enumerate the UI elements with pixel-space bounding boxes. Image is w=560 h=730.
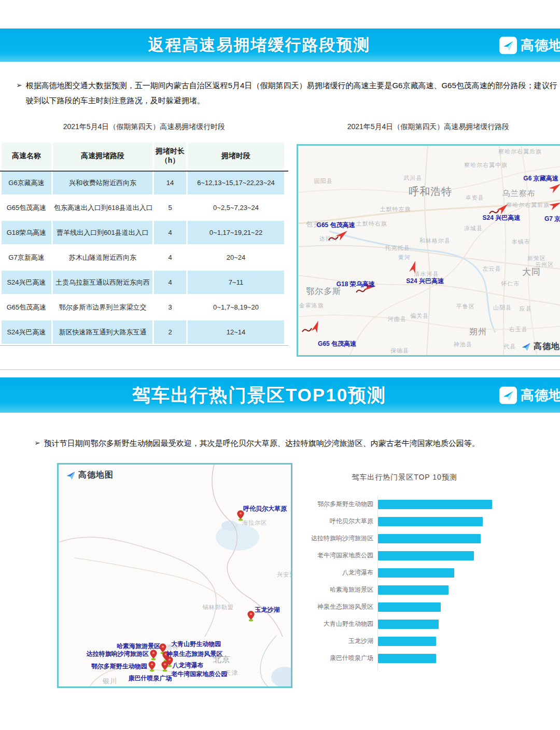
table-cell: 2 [154,320,186,344]
map-place-label: 乌兰察布 [502,189,536,199]
table-header-cell: 拥堵时长 （h） [154,143,186,170]
scenic-spot-label: 玉龙沙湖 [255,606,280,614]
table-bottom-rule [0,345,288,346]
chart-category-label: 老牛湾国家地质公园 [290,551,378,560]
map-place-label: 土默特右旗 [356,220,387,228]
table-row: G65包茂高速包东高速出入口到618县道出入口50~2,5~7,23~24 [2,196,284,219]
map-place-label: 右玉县 [509,326,527,333]
table-cell: 0~2,5~7,23~24 [188,196,284,219]
chart-category-label: 哈素海旅游景区 [290,585,378,594]
chart-row: 哈素海旅游景区 [290,581,529,598]
section2-intro-text: 预计节日期间鄂尔多斯野生动物园最受欢迎，其次是呼伦贝尔大草原、达拉特旗响沙湾旅游… [44,436,480,451]
chart-row: 八龙湾瀑布 [290,564,529,581]
table-cell: 14 [154,171,186,194]
amap-plane-icon [521,342,531,352]
map-place-label: 察哈尔右翼前旗 [506,201,550,209]
map1-title: 2021年5月4日（假期第四天）高速易拥堵缓行路段 [297,122,560,132]
map-place-label: 海拉尔区 [242,519,267,527]
table-cell: 12~14 [188,320,284,344]
section1-banner: 返程高速易拥堵缓行路段预测 高德地图 [0,29,560,62]
map-place-label: 应县 [520,305,532,313]
table-cell: 曹羊线出入口到601县道出入口 [53,221,152,244]
amap-logo: 高德地图 [499,36,560,54]
map-place-label: 呼和浩特 [409,185,452,199]
chart-row: 康巴什喷泉广场 [290,650,529,667]
table-cell: 5 [154,196,186,219]
map2-logo-text: 高德地图 [78,470,114,481]
table-cell: 0~1,7~8,19~20 [188,296,284,319]
table-cell: 0~1,17~19,21~22 [188,221,284,244]
scenic-spot-label: 达拉特旗响沙湾旅游区 [87,650,149,658]
table-cell: G65包茂高速 [2,196,51,219]
map2-logo: 高德地图 [66,470,114,481]
map-place-label: 武川县 [403,174,422,182]
map-roads-decor [298,146,560,355]
table-cell: 苏木山隧道附近西向东 [53,246,152,269]
road-label: G7 京新高速 [544,215,560,223]
map-place-label: 山阴县 [493,304,512,312]
map-place-label: 大同 [522,266,541,278]
congestion-table: 高速名称高速拥堵路段拥堵时长 （h）拥堵时段 G6京藏高速兴和收费站附近西向东1… [0,141,288,348]
chart-bar [378,585,449,595]
infographic-page: 返程高速易拥堵缓行路段预测 高德地图 ➢ 根据高德地图交通大数据预测，五一期间内… [0,0,560,730]
amap-logo-text: 高德地图 [521,36,560,54]
road-label: G65 包茂高速 [318,340,356,348]
road-label: G18 荣乌高速 [337,280,375,289]
table-cell: 20~24 [188,246,284,269]
map-place-label: 银川 [103,677,117,686]
section2-intro: ➢ 预计节日期间鄂尔多斯野生动物园最受欢迎，其次是呼伦贝尔大草原、达拉特旗响沙湾… [34,436,548,451]
top10-bar-chart: 驾车出行热门景区TOP 10预测 鄂尔多斯野生动物园呼伦贝尔大草原达拉特旗响沙湾… [290,473,529,680]
scenic-spots-map: 高德地图 海拉尔区兴安盟锡林郭勒盟呼和浩特北京天津银川呼伦贝尔大草原玉龙沙湖哈素… [57,463,292,688]
scenic-spot-pin-icon [149,650,158,661]
chart-category-label: 康巴什喷泉广场 [290,654,378,663]
table-header-row: 高速名称高速拥堵路段拥堵时长 （h）拥堵时段 [2,143,284,170]
table-cell: 兴和收费站附近西向东 [53,171,152,194]
table-cell: 4 [154,246,186,269]
table-cell: 土贵乌拉新互通以西附近东向西 [53,271,152,294]
table-cell: 4 [154,221,186,244]
map-place-label: 凉城县 [464,224,483,232]
map-place-label: 平鲁区 [456,303,475,311]
scenic-spot-pin-icon [247,611,255,622]
table-cell: S24兴巴高速 [2,320,51,344]
table-cell: 6~12,13~15,17~22,23~24 [188,171,284,194]
chart-category-label: 八龙湾瀑布 [290,568,378,577]
table-row: S24兴巴高速新区快速路互通到大路东互通212~14 [2,320,284,344]
map1-watermark-text: 高德地图 [534,341,560,352]
map-place-label: 丰镇市 [511,238,530,246]
map-place-label: 察哈尔右翼中旗 [464,161,508,169]
table-cell: 3 [154,296,186,319]
chart-category-label: 达拉特旗响沙湾旅游区 [290,534,378,543]
table-title: 2021年5月4日（假期第四天）高速易拥堵缓行时段 [0,122,288,132]
scenic-spot-label: 老牛湾国家地质公园 [171,670,227,679]
bullet-arrow-icon: ➢ [34,436,40,450]
amap-logo-text: 高德地图 [521,386,560,404]
table-header-cell: 高速拥堵路段 [53,143,152,170]
map-place-label: 左云县 [483,265,501,273]
chart-bar [378,620,439,629]
map-place-label: 伊金霍洛旗 [297,302,324,310]
road-label: G6 京藏高速 [523,174,558,183]
section-divider [0,369,560,370]
table-cell: 包东高速出入口到618县道出入口 [53,196,152,219]
bullet-arrow-icon: ➢ [16,78,22,92]
highway-congestion-map: 高德地图 察哈尔右翼后旗察哈尔右翼中旗固阳县武川县呼和浩特乌兰察布卓资县土默特左… [297,144,560,357]
table-header-rule [0,171,288,172]
road-label: G65 包茂高速 [317,221,355,230]
scenic-spot-label: 鄂尔多斯野生动物园 [91,662,147,671]
table-header-cell: 高速名称 [2,143,51,170]
table-row: G6京藏高速兴和收费站附近西向东146~12,13~15,17~22,23~24 [2,171,284,194]
chart-category-label: 大青山野生动物园 [290,620,378,628]
table-cell: G18荣乌高速 [2,221,51,244]
chart-row: 达拉特旗响沙湾旅游区 [290,530,529,547]
section1-intro-text: 根据高德地图交通大数据预测，五一期间内蒙古自治区返程5月4日（假期第四天）易拥堵… [26,78,558,108]
table-cell: 新区快速路互通到大路东互通 [53,320,152,344]
table-cell: S24兴巴高速 [2,271,51,294]
amap-paperplane-icon [499,386,517,404]
scenic-spot-label: 大青山野生动物园 [171,640,221,649]
chart-row: 神泉生态旅游风景区 [290,598,529,615]
map-place-label: 朔州 [469,327,487,338]
map-place-label: 托克托县 [385,244,410,252]
map-place-label: 偏关县 [410,312,429,320]
chart-row: 呼伦贝尔大草原 [290,513,529,530]
